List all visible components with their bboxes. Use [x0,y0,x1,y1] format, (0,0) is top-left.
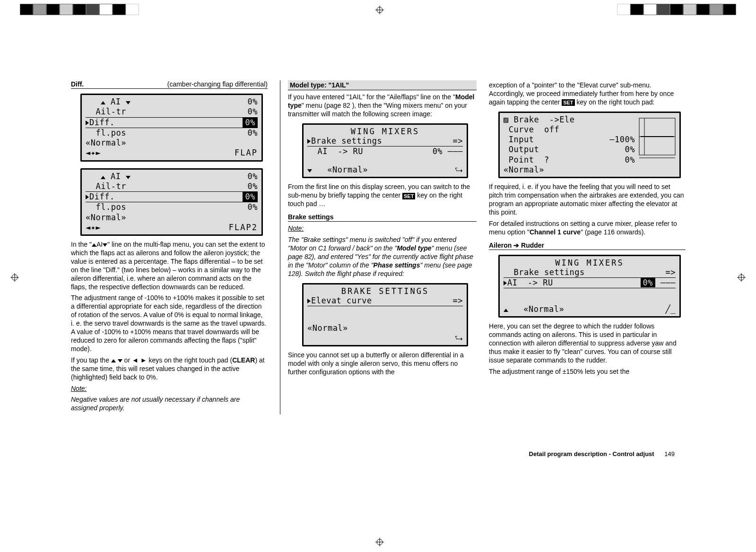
back-icon: ⮑ [455,333,463,343]
registration-mark-bottom [375,538,384,546]
cursor-icon [504,281,507,285]
lcd-screen-brake-ele: ▨ Brake ->Ele Curve off Input–100% Outpu… [498,112,681,179]
column-3: exception of a "pointer" to the "Elevat … [489,80,686,414]
set-key-icon: SET [402,193,415,199]
col3-para-2: If required, i. e. if you have the feeli… [489,183,686,217]
col3-para-4: Here, you can set the degree to which th… [489,322,686,365]
cursor-icon [307,299,311,303]
col2-note-body: The "Brake settings" menu is switched "o… [288,236,477,278]
col1-para-1: In the "AI" line on the multi-flap menu,… [71,241,268,291]
registration-mark-right [737,273,746,282]
back-icon: ⮑ [455,165,463,175]
lcd-screen-flap: AI 0% Ail-tr0% Diff.0% fl.pos0% «Normal»… [80,94,263,162]
down-icon [103,243,107,247]
page-content: Diff. (camber-changing flap differential… [71,80,686,414]
down-icon [126,176,130,179]
registration-mark-left [10,273,19,282]
col1-header-left: Diff. [71,80,84,88]
curve-graph-icon [639,115,676,175]
cursor-icon [86,121,89,125]
col3-section: Aileron ➔ Rudder [489,242,686,250]
col1-note-label: Note: [71,385,268,393]
col3-para-1: exception of a "pointer" to the "Elevat … [489,81,686,107]
col1-note-body: Negative values are not usually necessar… [71,396,268,413]
up-icon [101,176,105,179]
col3-para-5: The adjustment range of ±150% lets you s… [489,368,686,376]
page-footer: Detail program description - Control adj… [529,450,675,457]
cursor-icon [307,139,311,144]
up-icon [111,359,116,362]
col1-header: Diff. (camber-changing flap differential… [71,80,268,89]
col1-para-3: If you tap the or ◄ ► keys on the right … [71,356,268,382]
up-icon [101,101,105,104]
col2-para-2: From the first line on this display scre… [288,183,477,208]
down-icon [126,101,130,104]
colorbar-right [617,4,736,15]
col2-para-3: Since you cannot set up a butterfly or a… [288,351,477,377]
column-2: Model type: "1AIL" If you have entered "… [280,80,477,414]
registration-mark-top [375,6,384,14]
page-number: 149 [664,450,675,457]
col1-header-right: (camber-changing flap differential) [167,80,268,88]
up-icon [504,309,508,312]
down-icon [118,359,122,362]
col2-section-brake: Brake settings [288,213,477,222]
footer-text: Detail program description - Control adj… [529,450,654,457]
column-1: Diff. (camber-changing flap differential… [71,80,268,414]
switch-icon: ╱_ [666,304,676,314]
up-icon [92,243,96,247]
lcd-screen-wing-mixers: WING MIXERS Brake settings=> AI -> RU0% … [302,123,468,179]
cursor-icon [86,195,89,199]
colorbar-left [20,4,139,15]
lcd-screen-flap2: AI 0% Ail-tr0% Diff.0% fl.pos0% «Normal»… [80,168,263,236]
col2-title: Model type: "1AIL" [288,80,477,90]
lcd-screen-brake-settings: BRAKE SETTINGS Elevat curve=> «Normal» ⮑ [302,283,468,347]
col2-para-1: If you have entered "1AIL" for the "Aile… [288,93,477,119]
lcd-screen-wing-mixers-2: WING MIXERS Brake settings=> AI -> RU0% … [498,255,681,318]
down-icon [307,169,312,172]
col3-para-3: For detailed instructions on setting a c… [489,220,686,237]
col1-para-2: The adjustment range of -100% to +100% m… [71,294,268,353]
set-key-icon: SET [562,99,574,106]
col2-note-label: Note: [288,224,477,233]
